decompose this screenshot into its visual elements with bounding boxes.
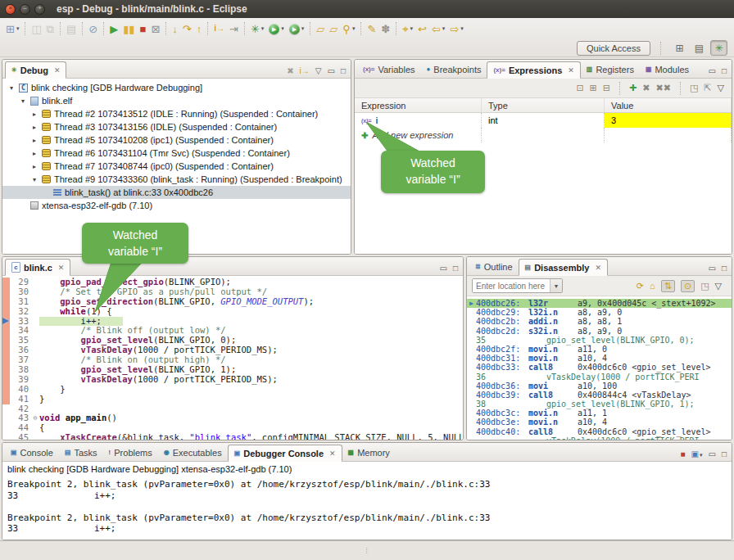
remove-all-terminated-icon[interactable]: ✖ xyxy=(287,67,293,75)
profile-button[interactable]: ✽ xyxy=(378,20,392,38)
code-editor[interactable]: 29 gpio_pad_select_gpio(BLINK_GPIO);30 /… xyxy=(2,276,463,440)
debug-tree-row[interactable]: ▸Thread #7 1073408744 (ipc0) (Suspended … xyxy=(2,160,351,173)
debug-as-button[interactable]: ✳▾ xyxy=(248,20,266,38)
window-maximize-button[interactable] xyxy=(34,4,45,15)
display-selected-console-icon[interactable]: ▣▾ xyxy=(691,450,703,458)
view-menu-button[interactable]: ▽ xyxy=(715,282,722,291)
debug-tree-row[interactable]: xtensa-esp32-elf-gdb (7.10) xyxy=(2,199,351,212)
code-line[interactable]: 35 gpio_set_level(BLINK_GPIO, 0); xyxy=(2,336,463,345)
code-line[interactable]: 34 /* Blink off (output low) */ xyxy=(2,326,463,336)
step-over-button[interactable]: ↷ xyxy=(180,20,194,38)
pin-view-button[interactable]: ⇱ xyxy=(704,84,711,93)
disconnect-button[interactable]: ⊠ xyxy=(148,20,162,38)
add-expression-row[interactable]: ✚Add new expression xyxy=(355,128,732,142)
window-close-button[interactable] xyxy=(5,4,16,15)
code-line[interactable]: 29 gpio_pad_select_gpio(BLINK_GPIO); xyxy=(2,278,463,287)
disassembly-row[interactable]: 400dbc36:movia10, 100 xyxy=(467,382,732,391)
close-icon[interactable]: ✕ xyxy=(568,66,574,75)
external-tools-button[interactable]: ▶▾ xyxy=(287,20,307,38)
code-line[interactable]: 37 /* Blink on (output high) */ xyxy=(2,355,463,365)
skip-all-breakpoints-button[interactable]: ⊘ xyxy=(86,20,100,38)
quickdiff-ruler[interactable] xyxy=(2,336,10,345)
close-icon[interactable]: ✕ xyxy=(329,449,336,458)
tab-modules[interactable]: ▦Modules xyxy=(640,61,695,78)
quickdiff-ruler[interactable] xyxy=(2,395,10,404)
minimize-icon[interactable]: ▭ xyxy=(709,450,716,458)
debug-tree-row[interactable]: ▸Thread #2 1073413512 (IDLE : Running) (… xyxy=(2,107,351,120)
quickdiff-ruler[interactable] xyxy=(2,355,10,365)
quickdiff-ruler[interactable] xyxy=(2,278,10,287)
tree-expander-icon[interactable]: ▾ xyxy=(30,176,39,183)
disassembly-row[interactable]: ▶400dbc26:l32ra9, 0x400d045c <_stext+109… xyxy=(467,299,732,308)
close-icon[interactable]: ✕ xyxy=(54,66,61,75)
tab-blink-c[interactable]: c blink.c ✕ xyxy=(5,259,70,276)
code-line[interactable]: 36 vTaskDelay(1000 / portTICK_PERIOD_MS)… xyxy=(2,345,463,355)
disassembly-row[interactable]: 400dbc29:l32i.na8, a9, 0 xyxy=(467,308,732,317)
collapse-all-button[interactable]: ⊟ xyxy=(603,84,610,93)
quickdiff-ruler[interactable] xyxy=(2,326,10,336)
code-line[interactable]: 38 gpio_set_level(BLINK_GPIO, 1); xyxy=(2,365,463,375)
maximize-icon[interactable]: □ xyxy=(453,264,458,273)
disassembly-row[interactable]: 400dbc33:call80x400dc6c0 <gpio_set_level… xyxy=(467,363,732,372)
disassembly-row[interactable]: 400dbc2f:movi.na11, 0 xyxy=(467,345,732,354)
debug-tree-row[interactable]: ▾blink.elf xyxy=(2,94,351,107)
open-perspective-button[interactable]: ⊞ xyxy=(671,40,688,56)
terminate-console-icon[interactable]: ■ xyxy=(680,450,685,458)
new-view-button[interactable]: ◳ xyxy=(690,84,698,93)
terminate-button[interactable]: ■ xyxy=(138,20,149,38)
minimize-icon[interactable]: ▭ xyxy=(328,67,335,75)
disassembly-listing[interactable]: ▶400dbc26:l32ra9, 0x400d045c <_stext+109… xyxy=(467,296,732,440)
quickdiff-ruler[interactable] xyxy=(2,307,10,317)
tab-debug[interactable]: ✳ Debug ✕ xyxy=(5,61,66,79)
quickdiff-ruler[interactable] xyxy=(2,345,10,355)
column-header-type[interactable]: Type xyxy=(482,98,605,112)
tree-expander-icon[interactable]: ▸ xyxy=(30,137,39,144)
toggle-mark-occurrences-button[interactable]: ✎ xyxy=(365,20,378,38)
add-expression-button[interactable]: ✚ xyxy=(629,84,637,93)
minimize-icon[interactable]: ▭ xyxy=(709,264,716,273)
new-view-button[interactable]: ◳ xyxy=(700,282,709,291)
code-line[interactable]: 30 /* Set the GPIO as a push/pull output… xyxy=(2,287,463,297)
disassembly-row[interactable]: 400dbc2b:addi.na8, a8, 1 xyxy=(467,317,732,326)
tab-expressions[interactable]: (x)=Expressions✕ xyxy=(487,61,580,79)
instruction-stepping-button[interactable]: i→ xyxy=(211,20,227,38)
code-line[interactable]: 33 i++; xyxy=(2,317,463,327)
disassembly-row[interactable]: 35gpio_set_level(BLINK_GPIO, 0); xyxy=(467,336,732,345)
pin-editor-button[interactable]: ⌖▾ xyxy=(400,20,415,38)
search-button[interactable]: ⚲▾ xyxy=(340,20,357,38)
tab-problems[interactable]: !Problems xyxy=(103,444,158,461)
debug-tree-row[interactable]: ▾Thread #9 1073433360 (blink_task : Runn… xyxy=(2,173,351,186)
forward-button[interactable]: ⇨▾ xyxy=(447,20,465,38)
statusbar-grip[interactable]: ⁞ xyxy=(365,547,369,555)
column-header-value[interactable]: Value xyxy=(605,98,732,112)
tab-outline[interactable]: ≣Outline xyxy=(469,258,519,275)
debug-perspective-button[interactable]: ✳ xyxy=(710,40,727,56)
step-filters-button[interactable]: ⇥ xyxy=(227,20,241,38)
quickdiff-ruler[interactable] xyxy=(2,385,10,395)
view-menu-button[interactable]: ▽ xyxy=(718,84,724,93)
expression-row[interactable]: (x)=iint3 xyxy=(355,113,732,128)
tab-tasks[interactable]: ▤Tasks xyxy=(59,444,103,461)
window-minimize-button[interactable] xyxy=(20,4,30,15)
new-wizard-button[interactable]: ⊞▾ xyxy=(3,20,21,38)
disassembly-row[interactable]: 400dbc3e:movi.na10, 4 xyxy=(467,418,732,427)
tree-expander-icon[interactable]: ▸ xyxy=(30,124,39,131)
tree-expander-icon[interactable]: ▾ xyxy=(19,97,27,105)
refresh-button[interactable]: ⟳ xyxy=(637,282,644,291)
fold-marker-icon[interactable]: ⊖ xyxy=(31,413,39,423)
suspend-button[interactable]: ▮▮ xyxy=(120,20,137,38)
disassembly-row[interactable]: 36vTaskDelay(1000 / portTICK_PERI xyxy=(467,373,732,382)
back-button[interactable]: ⇦▾ xyxy=(429,20,447,38)
location-input[interactable] xyxy=(473,279,550,292)
maximize-icon[interactable]: □ xyxy=(722,450,727,458)
run-as-button[interactable]: ▶▾ xyxy=(266,20,287,38)
code-line[interactable]: 40 } xyxy=(2,385,463,395)
tab-variables[interactable]: (x)=Variables xyxy=(357,61,421,78)
quickdiff-ruler[interactable] xyxy=(2,297,10,307)
minimize-icon[interactable]: ▭ xyxy=(709,67,716,75)
tab-console[interactable]: ▣Console xyxy=(5,444,59,461)
remove-expression-button[interactable]: ✖ xyxy=(642,84,650,93)
tree-expander-icon[interactable]: ▸ xyxy=(30,111,39,118)
step-into-button[interactable]: ↓ xyxy=(170,20,180,38)
tab-memory[interactable]: ▦Memory xyxy=(342,444,396,461)
